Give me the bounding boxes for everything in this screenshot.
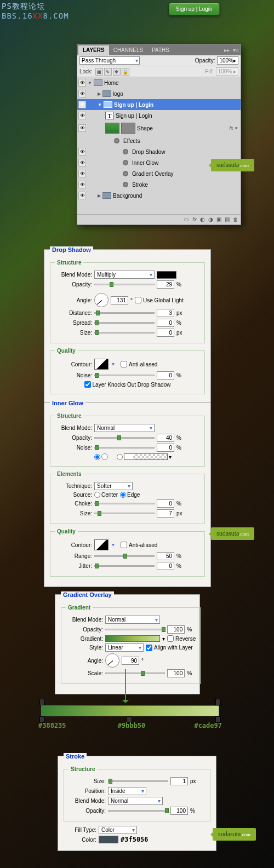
size-slider[interactable]	[94, 332, 155, 334]
size-field[interactable]: 7	[157, 509, 174, 518]
noise-slider[interactable]	[94, 375, 155, 376]
tab-paths[interactable]: PATHS	[147, 45, 174, 55]
angle-dial[interactable]	[94, 293, 109, 307]
blend-mode-dropdown[interactable]: Normal	[105, 616, 160, 624]
layer-fx-dropshadow[interactable]: 👁 Drop Shadow	[77, 146, 241, 157]
range-field[interactable]: 50	[157, 552, 174, 560]
noise-field[interactable]: 0	[157, 444, 174, 452]
fx-indicator[interactable]: fx ▾	[229, 125, 239, 131]
blend-mode-dropdown[interactable]: Pass Through	[79, 56, 140, 65]
visibility-icon[interactable]: 👁	[78, 148, 86, 156]
global-light-checkbox[interactable]: Use Global Light	[135, 297, 184, 303]
align-layer-checkbox[interactable]: Align with Layer	[146, 645, 193, 651]
gradient-picker[interactable]	[105, 635, 160, 642]
noise-field[interactable]: 0	[157, 371, 174, 380]
opacity-field[interactable]: 29	[157, 280, 174, 289]
distance-slider[interactable]	[94, 312, 155, 314]
link-icon[interactable]: ⬭	[184, 216, 189, 223]
opacity-field[interactable]: 40	[157, 434, 174, 442]
opacity-field[interactable]: 100	[170, 807, 188, 815]
panel-collapse-icon[interactable]: ▸▸	[222, 47, 231, 53]
layer-logo[interactable]: 👁 ▶ logo	[77, 88, 241, 99]
scale-slider[interactable]	[105, 672, 165, 674]
choke-field[interactable]: 0	[157, 499, 174, 508]
lock-icons[interactable]: ▦✎✥🔒	[95, 68, 130, 76]
layer-fx-stroke[interactable]: 👁 Stroke	[77, 179, 241, 190]
opacity-stop[interactable]	[215, 699, 221, 705]
visibility-icon[interactable]: 👁	[78, 170, 86, 177]
panel-menu-icon[interactable]: ▾≡	[231, 47, 241, 53]
visibility-icon[interactable]: 👁	[78, 79, 86, 87]
blend-mode-dropdown[interactable]: Multiply	[94, 271, 155, 279]
layer-signup-group[interactable]: 👁 ▼ Sign up | Login	[77, 99, 241, 110]
expand-icon[interactable]: ▼	[98, 102, 102, 107]
opacity-stop[interactable]	[39, 699, 45, 705]
visibility-icon[interactable]: 👁	[78, 112, 86, 119]
knockout-checkbox[interactable]: Layer Knocks Out Drop Shadow	[84, 381, 171, 388]
fx-icon[interactable]: fx	[192, 216, 197, 223]
size-field[interactable]: 1	[170, 777, 188, 785]
layer-background[interactable]: 👁 ▶ Background	[77, 190, 241, 201]
size-slider[interactable]	[94, 513, 155, 514]
visibility-icon[interactable]: 👁	[78, 101, 86, 108]
color-swatch[interactable]	[99, 836, 118, 843]
expand-icon[interactable]: ▶	[98, 91, 101, 96]
gradient-bar[interactable]	[41, 705, 219, 716]
distance-field[interactable]: 3	[157, 309, 174, 317]
angle-field[interactable]: 90	[122, 657, 139, 665]
size-field[interactable]: 0	[157, 329, 174, 337]
visibility-icon[interactable]: 👁	[78, 90, 86, 97]
demo-signup-login-button[interactable]: Sign up | Login	[169, 3, 220, 15]
visibility-icon[interactable]: 👁	[78, 181, 86, 188]
blend-mode-dropdown[interactable]: Normal	[94, 424, 155, 432]
contour-picker[interactable]	[94, 539, 109, 550]
size-slider[interactable]	[108, 780, 168, 782]
antialiased-checkbox[interactable]: Anti-aliased	[121, 361, 157, 367]
tab-layers[interactable]: LAYERS	[78, 45, 109, 55]
opacity-field[interactable]: 100% ▸	[217, 56, 238, 65]
new-layer-icon[interactable]: ▤	[225, 216, 230, 223]
visibility-icon[interactable]: 👁	[78, 124, 86, 132]
color-radio[interactable]	[94, 453, 108, 460]
adjustment-icon[interactable]: ◑	[208, 216, 213, 223]
visibility-icon[interactable]: 👁	[78, 159, 86, 166]
layer-effects[interactable]: Effects	[77, 135, 241, 146]
opacity-slider[interactable]	[108, 810, 168, 812]
antialiased-checkbox[interactable]: Anti-aliased	[121, 542, 157, 548]
noise-slider[interactable]	[94, 447, 155, 449]
position-dropdown[interactable]: Inside	[108, 787, 146, 795]
range-slider[interactable]	[94, 555, 155, 557]
expand-icon[interactable]: ▼	[88, 81, 92, 85]
expand-icon[interactable]: ▶	[98, 193, 101, 198]
scale-field[interactable]: 100	[167, 669, 185, 677]
contour-picker[interactable]	[94, 359, 109, 370]
opacity-field[interactable]: 100	[167, 625, 185, 634]
angle-dial[interactable]	[105, 653, 119, 668]
style-dropdown[interactable]: Linear	[105, 643, 144, 652]
layer-signup-text[interactable]: 👁 T Sign up | Login	[77, 110, 241, 121]
layer-shape[interactable]: 👁 Shape fx ▾	[77, 121, 241, 135]
delete-icon[interactable]: 🗑	[233, 216, 238, 223]
reverse-checkbox[interactable]: Reverse	[167, 635, 196, 642]
source-center-radio[interactable]: Center	[94, 492, 118, 498]
opacity-slider[interactable]	[94, 284, 155, 285]
gradient-radio[interactable]: ▾	[117, 453, 172, 460]
angle-field[interactable]: 131	[111, 296, 128, 304]
opacity-slider[interactable]	[105, 629, 165, 630]
blend-mode-dropdown[interactable]: Normal	[108, 797, 163, 805]
source-edge-radio[interactable]: Edge	[120, 492, 140, 498]
filltype-dropdown[interactable]: Color	[99, 826, 137, 834]
spread-field[interactable]: 0	[157, 319, 174, 327]
jitter-slider[interactable]	[94, 565, 155, 567]
choke-slider[interactable]	[94, 503, 155, 504]
technique-dropdown[interactable]: Softer	[94, 482, 133, 490]
group-icon[interactable]: ▣	[216, 216, 221, 223]
layer-home[interactable]: 👁 ▼ Home	[77, 77, 241, 88]
spread-slider[interactable]	[94, 322, 155, 324]
visibility-icon[interactable]: 👁	[78, 192, 86, 199]
opacity-slider[interactable]	[94, 437, 155, 439]
tab-channels[interactable]: CHANNELS	[109, 45, 147, 55]
jitter-field[interactable]: 0	[157, 562, 174, 570]
color-swatch[interactable]	[157, 271, 176, 279]
mask-icon[interactable]: ◐	[200, 216, 205, 223]
